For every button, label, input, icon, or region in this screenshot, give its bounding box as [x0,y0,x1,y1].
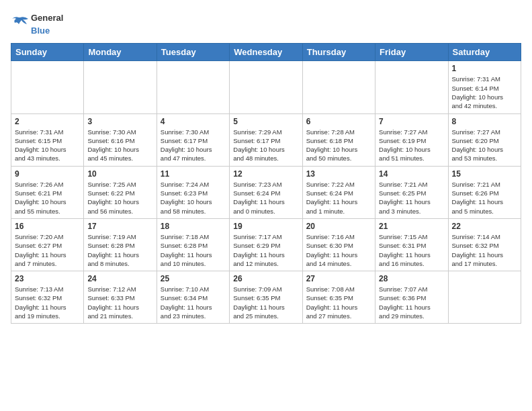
calendar-cell: 25Sunrise: 7:10 AM Sunset: 6:34 PM Dayli… [157,271,229,324]
day-info: Sunrise: 7:10 AM Sunset: 6:34 PM Dayligh… [161,285,226,320]
calendar-cell: 11Sunrise: 7:24 AM Sunset: 6:23 PM Dayli… [157,166,229,218]
day-number: 15 [452,169,517,179]
day-number: 16 [15,222,80,231]
calendar-cell [448,271,521,324]
day-number: 2 [15,117,80,126]
logo-text-general: General [31,13,63,23]
calendar-header-row: SundayMondayTuesdayWednesdayThursdayFrid… [11,44,521,61]
calendar-cell: 12Sunrise: 7:23 AM Sunset: 6:24 PM Dayli… [230,166,302,218]
day-number: 8 [452,117,517,126]
day-info: Sunrise: 7:30 AM Sunset: 6:16 PM Dayligh… [87,128,152,163]
day-info: Sunrise: 7:28 AM Sunset: 6:18 PM Dayligh… [306,128,371,163]
calendar-cell: 26Sunrise: 7:09 AM Sunset: 6:35 PM Dayli… [230,271,302,324]
calendar-cell: 17Sunrise: 7:19 AM Sunset: 6:28 PM Dayli… [84,218,157,271]
day-info: Sunrise: 7:19 AM Sunset: 6:28 PM Dayligh… [87,232,152,268]
calendar-cell: 5Sunrise: 7:29 AM Sunset: 6:17 PM Daylig… [230,113,302,166]
calendar-cell: 6Sunrise: 7:28 AM Sunset: 6:18 PM Daylig… [302,113,375,166]
day-number: 12 [233,169,298,179]
calendar-cell: 19Sunrise: 7:17 AM Sunset: 6:29 PM Dayli… [230,218,302,271]
column-header-wednesday: Wednesday [230,44,302,61]
calendar-cell: 14Sunrise: 7:21 AM Sunset: 6:25 PM Dayli… [375,166,448,218]
calendar-cell: 3Sunrise: 7:30 AM Sunset: 6:16 PM Daylig… [84,113,157,166]
day-number: 26 [233,274,298,283]
calendar-table: SundayMondayTuesdayWednesdayThursdayFrid… [11,43,521,324]
calendar-cell [302,61,375,113]
logo-bird-icon [11,16,30,31]
column-header-thursday: Thursday [302,44,375,61]
column-header-tuesday: Tuesday [157,44,229,61]
calendar-cell: 16Sunrise: 7:20 AM Sunset: 6:27 PM Dayli… [11,218,84,271]
day-number: 5 [233,117,298,126]
day-number: 3 [87,117,152,126]
day-info: Sunrise: 7:27 AM Sunset: 6:20 PM Dayligh… [452,128,517,163]
day-info: Sunrise: 7:15 AM Sunset: 6:31 PM Dayligh… [379,232,444,268]
day-info: Sunrise: 7:29 AM Sunset: 6:17 PM Dayligh… [233,128,298,163]
calendar-cell: 10Sunrise: 7:25 AM Sunset: 6:22 PM Dayli… [84,166,157,218]
day-info: Sunrise: 7:31 AM Sunset: 6:15 PM Dayligh… [15,128,80,163]
calendar-week-3: 9Sunrise: 7:26 AM Sunset: 6:21 PM Daylig… [11,166,521,218]
calendar-cell: 20Sunrise: 7:16 AM Sunset: 6:30 PM Dayli… [302,218,375,271]
logo: General Blue [11,11,63,36]
calendar-cell [157,61,229,113]
day-info: Sunrise: 7:24 AM Sunset: 6:23 PM Dayligh… [161,180,226,216]
day-info: Sunrise: 7:13 AM Sunset: 6:32 PM Dayligh… [15,285,80,320]
calendar-week-4: 16Sunrise: 7:20 AM Sunset: 6:27 PM Dayli… [11,218,521,271]
header: General Blue [11,11,521,36]
column-header-friday: Friday [375,44,448,61]
day-info: Sunrise: 7:18 AM Sunset: 6:28 PM Dayligh… [161,232,226,268]
day-number: 21 [379,222,444,231]
calendar-cell [11,61,84,113]
day-number: 10 [87,169,152,179]
day-number: 7 [379,117,444,126]
day-number: 20 [306,222,371,231]
day-number: 19 [233,222,298,231]
day-number: 9 [15,169,80,179]
day-info: Sunrise: 7:07 AM Sunset: 6:36 PM Dayligh… [379,285,444,320]
day-info: Sunrise: 7:17 AM Sunset: 6:29 PM Dayligh… [233,232,298,268]
day-info: Sunrise: 7:16 AM Sunset: 6:30 PM Dayligh… [306,232,371,268]
calendar-cell: 8Sunrise: 7:27 AM Sunset: 6:20 PM Daylig… [448,113,521,166]
calendar-cell: 21Sunrise: 7:15 AM Sunset: 6:31 PM Dayli… [375,218,448,271]
calendar-cell: 4Sunrise: 7:30 AM Sunset: 6:17 PM Daylig… [157,113,229,166]
column-header-saturday: Saturday [448,44,521,61]
day-number: 18 [161,222,226,231]
calendar-cell: 1Sunrise: 7:31 AM Sunset: 6:14 PM Daylig… [448,61,521,113]
calendar-cell: 9Sunrise: 7:26 AM Sunset: 6:21 PM Daylig… [11,166,84,218]
day-info: Sunrise: 7:31 AM Sunset: 6:14 PM Dayligh… [452,75,517,110]
day-info: Sunrise: 7:14 AM Sunset: 6:32 PM Dayligh… [452,232,517,268]
day-number: 28 [379,274,444,283]
column-header-monday: Monday [84,44,157,61]
day-info: Sunrise: 7:21 AM Sunset: 6:25 PM Dayligh… [379,180,444,216]
calendar-cell: 28Sunrise: 7:07 AM Sunset: 6:36 PM Dayli… [375,271,448,324]
day-info: Sunrise: 7:09 AM Sunset: 6:35 PM Dayligh… [233,285,298,320]
day-number: 24 [87,274,152,283]
day-number: 14 [379,169,444,179]
calendar-cell: 23Sunrise: 7:13 AM Sunset: 6:32 PM Dayli… [11,271,84,324]
calendar-cell [230,61,302,113]
column-header-sunday: Sunday [11,44,84,61]
day-info: Sunrise: 7:08 AM Sunset: 6:35 PM Dayligh… [306,285,371,320]
day-info: Sunrise: 7:25 AM Sunset: 6:22 PM Dayligh… [87,180,152,216]
day-number: 27 [306,274,371,283]
calendar-cell: 22Sunrise: 7:14 AM Sunset: 6:32 PM Dayli… [448,218,521,271]
logo-text-blue: Blue [31,26,50,36]
calendar-cell: 13Sunrise: 7:22 AM Sunset: 6:24 PM Dayli… [302,166,375,218]
calendar-week-1: 1Sunrise: 7:31 AM Sunset: 6:14 PM Daylig… [11,61,521,113]
calendar-week-2: 2Sunrise: 7:31 AM Sunset: 6:15 PM Daylig… [11,113,521,166]
calendar-cell [375,61,448,113]
day-info: Sunrise: 7:20 AM Sunset: 6:27 PM Dayligh… [15,232,80,268]
calendar-cell: 18Sunrise: 7:18 AM Sunset: 6:28 PM Dayli… [157,218,229,271]
day-info: Sunrise: 7:22 AM Sunset: 6:24 PM Dayligh… [306,180,371,216]
calendar-cell [84,61,157,113]
day-number: 4 [161,117,226,126]
day-info: Sunrise: 7:27 AM Sunset: 6:19 PM Dayligh… [379,128,444,163]
day-number: 13 [306,169,371,179]
day-info: Sunrise: 7:12 AM Sunset: 6:33 PM Dayligh… [87,285,152,320]
calendar-cell: 27Sunrise: 7:08 AM Sunset: 6:35 PM Dayli… [302,271,375,324]
calendar-cell: 24Sunrise: 7:12 AM Sunset: 6:33 PM Dayli… [84,271,157,324]
day-info: Sunrise: 7:30 AM Sunset: 6:17 PM Dayligh… [161,128,226,163]
day-number: 22 [452,222,517,231]
day-number: 11 [161,169,226,179]
calendar-week-5: 23Sunrise: 7:13 AM Sunset: 6:32 PM Dayli… [11,271,521,324]
calendar-cell: 7Sunrise: 7:27 AM Sunset: 6:19 PM Daylig… [375,113,448,166]
